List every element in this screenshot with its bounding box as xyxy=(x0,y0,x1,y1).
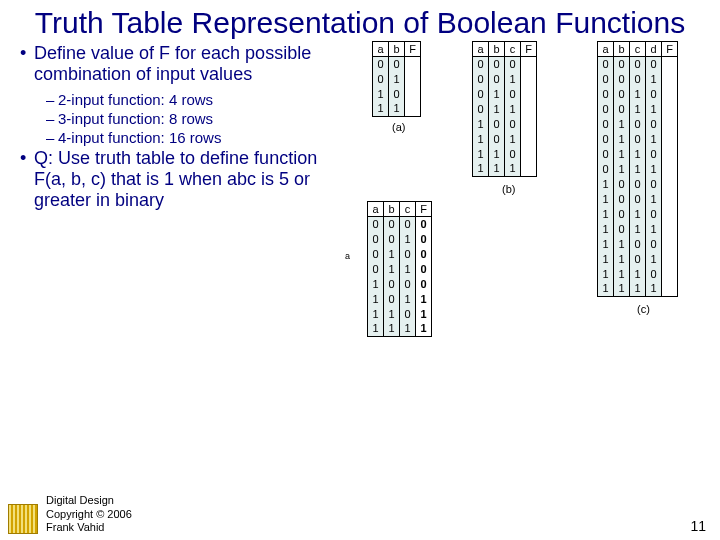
col-header: c xyxy=(505,41,521,56)
table-cell: 0 xyxy=(598,116,614,131)
table-cell: 0 xyxy=(505,56,521,71)
truth-table-a: abF00011011 xyxy=(372,41,421,117)
table-cell: 1 xyxy=(400,291,416,306)
table-cell: 1 xyxy=(646,101,662,116)
table-cell: 0 xyxy=(614,176,630,191)
table-cell: 0 xyxy=(630,131,646,146)
table-cell xyxy=(662,176,678,191)
logo-icon xyxy=(8,504,38,534)
table-cell xyxy=(521,101,537,116)
table-cell: 0 xyxy=(646,116,662,131)
table-cell: 0 xyxy=(400,306,416,321)
content-area: •Define value of F for each possible com… xyxy=(0,41,720,217)
table-cell: 1 xyxy=(389,101,405,116)
table-cell: 0 xyxy=(630,176,646,191)
table-cell xyxy=(521,161,537,176)
col-header: c xyxy=(630,41,646,56)
table-cell: 1 xyxy=(614,146,630,161)
table-cell: 1 xyxy=(368,291,384,306)
table-cell: 1 xyxy=(630,161,646,176)
table-cell: 0 xyxy=(646,176,662,191)
table-cell: 0 xyxy=(384,291,400,306)
table-cell: 0 xyxy=(598,146,614,161)
table-cell: 0 xyxy=(368,231,384,246)
bullet-define-text: Define value of F for each possible comb… xyxy=(34,43,311,84)
table-cell: 0 xyxy=(489,116,505,131)
table-cell xyxy=(662,191,678,206)
table-cell: 1 xyxy=(630,266,646,281)
table-cell: 1 xyxy=(614,281,630,296)
col-header: a xyxy=(598,41,614,56)
table-cell: 1 xyxy=(384,306,400,321)
table-cell xyxy=(405,86,421,101)
table-cell: 1 xyxy=(368,321,384,336)
table-cell: 1 xyxy=(630,86,646,101)
col-header: a xyxy=(368,201,384,216)
col-header: a xyxy=(373,41,389,56)
table-cell xyxy=(662,146,678,161)
col-header: F xyxy=(405,41,421,56)
table-cell xyxy=(405,71,421,86)
table-cell: 1 xyxy=(373,86,389,101)
table-cell xyxy=(662,281,678,296)
table-cell: 0 xyxy=(473,56,489,71)
table-cell: 0 xyxy=(614,86,630,101)
bullet-question-text: Q: Use truth table to define function F(… xyxy=(34,148,317,210)
table-cell xyxy=(521,116,537,131)
table-cell xyxy=(662,101,678,116)
tables-area: a abF00011011 (a) abcF000001010011100101… xyxy=(342,41,712,217)
col-header: F xyxy=(416,201,432,216)
table-cell: 0 xyxy=(598,101,614,116)
table-cell: 0 xyxy=(646,146,662,161)
col-header: a xyxy=(473,41,489,56)
footer: Digital Design Copyright © 2006 Frank Va… xyxy=(0,494,720,534)
table-cell xyxy=(405,56,421,71)
page-number: 11 xyxy=(690,518,706,534)
table-cell: 0 xyxy=(389,86,405,101)
table-cell: 1 xyxy=(505,71,521,86)
table-cell: 0 xyxy=(368,216,384,231)
bullet-define: •Define value of F for each possible com… xyxy=(12,43,336,85)
page-title: Truth Table Representation of Boolean Fu… xyxy=(0,0,720,41)
table-cell: 0 xyxy=(630,116,646,131)
table-cell: 0 xyxy=(614,56,630,71)
table-cell: 1 xyxy=(614,131,630,146)
table-cell: 1 xyxy=(505,131,521,146)
table-cell: 0 xyxy=(384,231,400,246)
table-cell xyxy=(662,206,678,221)
table-cell xyxy=(521,56,537,71)
table-cell: 1 xyxy=(505,101,521,116)
table-cell xyxy=(521,71,537,86)
table-cell: 0 xyxy=(489,71,505,86)
table-cell: 0 xyxy=(384,276,400,291)
table-cell: 0 xyxy=(505,86,521,101)
table-cell: 0 xyxy=(473,86,489,101)
table-cell: 1 xyxy=(400,321,416,336)
table-cell: 1 xyxy=(373,101,389,116)
table-cell: 1 xyxy=(598,206,614,221)
col-header: F xyxy=(662,41,678,56)
copyright-line3: Frank Vahid xyxy=(46,521,690,534)
table-cell: 0 xyxy=(473,101,489,116)
table-cell: 1 xyxy=(598,176,614,191)
table-cell: 1 xyxy=(630,221,646,236)
table-cell: 0 xyxy=(416,216,432,231)
table-cell: 0 xyxy=(614,71,630,86)
table-cell: 0 xyxy=(389,56,405,71)
table-cell xyxy=(521,131,537,146)
copyright: Digital Design Copyright © 2006 Frank Va… xyxy=(46,494,690,534)
sub-3input: –3-input function: 8 rows xyxy=(58,110,336,127)
table-cell: 1 xyxy=(598,251,614,266)
table-cell xyxy=(662,236,678,251)
truth-table-answer: abcF00000010010001101000101111011111 xyxy=(367,201,432,337)
tiny-a-label: a xyxy=(345,251,350,261)
table-cell: 0 xyxy=(416,231,432,246)
table-cell: 1 xyxy=(384,321,400,336)
table-cell: 0 xyxy=(505,116,521,131)
table-cell: 1 xyxy=(614,161,630,176)
table-cell: 0 xyxy=(473,71,489,86)
table-cell: 0 xyxy=(489,56,505,71)
truth-table-c: abcdF00000001001000110100010101100111100… xyxy=(597,41,678,297)
caption-c: (c) xyxy=(637,303,650,315)
col-header: b xyxy=(614,41,630,56)
